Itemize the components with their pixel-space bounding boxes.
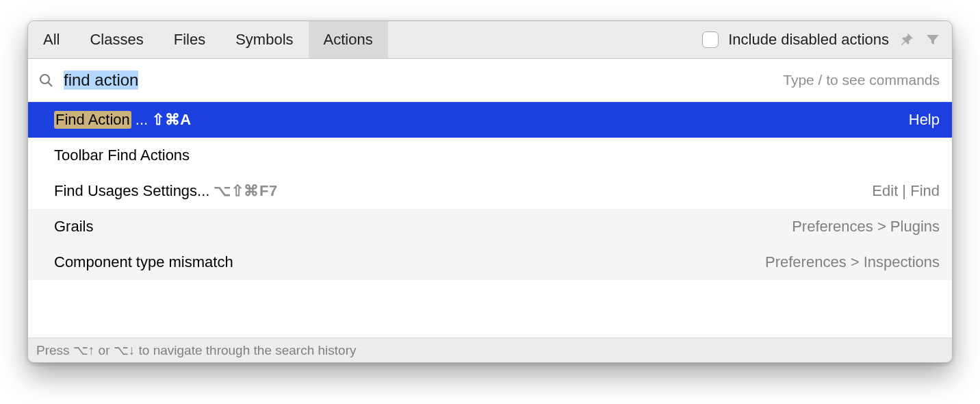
- result-row[interactable]: Toolbar Find Actions: [28, 138, 952, 173]
- result-hint: Help: [909, 111, 940, 129]
- toolbar: All Classes Files Symbols Actions Includ…: [28, 21, 952, 59]
- result-label: Grails: [54, 218, 93, 236]
- search-input[interactable]: [64, 71, 773, 90]
- include-disabled-checkbox[interactable]: [702, 31, 719, 48]
- result-label: Component type mismatch: [54, 253, 233, 271]
- tab-classes[interactable]: Classes: [75, 21, 158, 58]
- filter-icon[interactable]: [925, 31, 941, 48]
- search-row: Type / to see commands: [28, 59, 952, 102]
- search-icon: [38, 72, 54, 88]
- result-row[interactable]: Component type mismatch Preferences > In…: [28, 244, 952, 280]
- result-row[interactable]: Find Usages Settings... ⌥⇧⌘F7 Edit | Fin…: [28, 173, 952, 209]
- match-highlight: Find Action: [54, 111, 131, 129]
- tab-all[interactable]: All: [28, 21, 75, 58]
- result-hint: Preferences > Plugins: [792, 218, 940, 236]
- result-label: Find Action... ⇧⌘A: [54, 111, 192, 129]
- tab-actions[interactable]: Actions: [309, 21, 388, 58]
- shortcut-label: ⌥⇧⌘F7: [214, 182, 277, 200]
- include-disabled-label: Include disabled actions: [728, 31, 889, 49]
- result-row[interactable]: Grails Preferences > Plugins: [28, 209, 952, 244]
- shortcut-label: ⇧⌘A: [152, 111, 191, 129]
- tab-symbols[interactable]: Symbols: [220, 21, 308, 58]
- tabs: All Classes Files Symbols Actions: [28, 21, 388, 58]
- result-label: Toolbar Find Actions: [54, 147, 190, 164]
- result-hint: Edit | Find: [872, 182, 940, 200]
- tab-files[interactable]: Files: [159, 21, 220, 58]
- result-row[interactable]: Find Action... ⇧⌘A Help: [28, 102, 952, 138]
- pin-icon[interactable]: [899, 31, 915, 48]
- toolbar-right: Include disabled actions: [702, 21, 952, 58]
- svg-line-1: [49, 83, 53, 87]
- results-list: Find Action... ⇧⌘A Help Toolbar Find Act…: [28, 102, 952, 338]
- svg-point-0: [40, 75, 49, 84]
- result-hint: Preferences > Inspections: [765, 253, 940, 271]
- result-label: Find Usages Settings... ⌥⇧⌘F7: [54, 182, 278, 200]
- search-hint: Type / to see commands: [783, 72, 940, 88]
- search-everywhere-window: All Classes Files Symbols Actions Includ…: [27, 21, 953, 363]
- footer-hint: Press ⌥↑ or ⌥↓ to navigate through the s…: [28, 338, 952, 362]
